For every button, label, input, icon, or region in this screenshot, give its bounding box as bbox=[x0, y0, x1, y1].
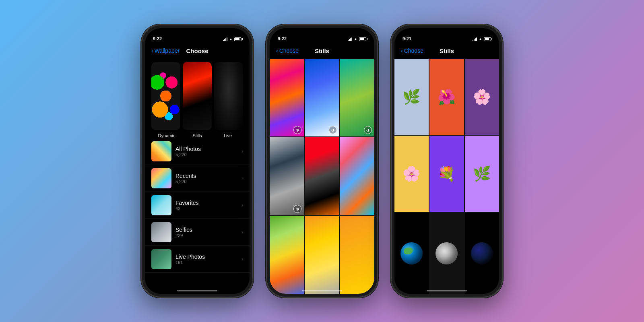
wifi-icon-2: ▲ bbox=[354, 37, 357, 41]
phone1-back-button[interactable]: ‹ Wallpaper bbox=[151, 47, 180, 54]
favorites-item[interactable]: Favorites 43 › bbox=[145, 192, 250, 219]
all-photos-count: 5,220 bbox=[175, 152, 237, 157]
recents-thumb bbox=[151, 168, 171, 188]
still-8[interactable] bbox=[305, 216, 339, 294]
dynamic-preview[interactable] bbox=[151, 62, 180, 130]
flower-4-img: 🌸 bbox=[394, 136, 429, 212]
phone1-body: 9:22 ▲ ‹ Wallpaper Choose bbox=[141, 24, 254, 298]
still-4-icon: ◑ bbox=[293, 205, 301, 213]
power-button bbox=[253, 89, 254, 114]
phone2-screen: 9:22 ▲ ‹ Choose Stills ◑ ◑ bbox=[270, 28, 374, 294]
all-photos-info: All Photos 5,220 bbox=[175, 146, 237, 157]
still-5[interactable] bbox=[305, 137, 339, 215]
phone2-back-button[interactable]: ‹ Choose bbox=[276, 47, 299, 54]
live-photos-info: Live Photos 161 bbox=[175, 254, 237, 265]
moon-icon bbox=[436, 242, 458, 264]
flowers-grid: 🌿 🌺 🌸 🌸 💐 🌿 bbox=[394, 59, 499, 294]
recents-chevron: › bbox=[242, 175, 243, 181]
selfies-info: Selfies 229 bbox=[175, 227, 237, 238]
stills-grid: ◑ ◑ ◑ ◑ bbox=[270, 59, 374, 294]
all-photos-item[interactable]: All Photos 5,220 › bbox=[145, 138, 250, 165]
phone2: 9:22 ▲ ‹ Choose Stills ◑ ◑ bbox=[266, 24, 378, 298]
phone1-nav-bar: ‹ Wallpaper Choose bbox=[145, 43, 250, 59]
flower-1[interactable]: 🌿 bbox=[394, 59, 429, 135]
status-icons: ▲ bbox=[223, 37, 242, 41]
category-labels: Dynamic Stills Live bbox=[145, 133, 250, 138]
flower-2-img: 🌺 bbox=[429, 59, 464, 135]
flower-6-img: 🌿 bbox=[465, 136, 499, 212]
still-2-icon: ◑ bbox=[329, 126, 337, 134]
stills-preview[interactable] bbox=[183, 62, 212, 130]
battery-icon-3 bbox=[484, 37, 491, 41]
flower-3[interactable]: 🌸 bbox=[465, 59, 499, 135]
volume-down-button-2 bbox=[266, 120, 266, 140]
phone3-body: 9:21 ▲ ‹ Choose Stills 🌿 bbox=[390, 24, 503, 298]
still-1[interactable]: ◑ bbox=[270, 59, 304, 136]
still-4[interactable]: ◑ bbox=[270, 137, 304, 215]
volume-up-button-3 bbox=[390, 95, 391, 116]
selfies-name: Selfies bbox=[175, 227, 237, 233]
still-2[interactable]: ◑ bbox=[305, 59, 339, 136]
still-6[interactable] bbox=[340, 137, 374, 215]
home-indicator-3 bbox=[427, 290, 467, 291]
planet-2-cell[interactable] bbox=[429, 213, 464, 294]
phone1-screen: 9:22 ▲ ‹ Wallpaper Choose bbox=[145, 28, 250, 294]
choose-screen: Dynamic Stills Live All Photos 5,220 › bbox=[145, 59, 250, 294]
phone2-body: 9:22 ▲ ‹ Choose Stills ◑ ◑ bbox=[266, 24, 378, 298]
phone2-title: Stills bbox=[315, 47, 329, 54]
flower-6[interactable]: 🌿 bbox=[465, 136, 499, 212]
live-photos-thumb bbox=[151, 249, 171, 269]
status-icons-2: ▲ bbox=[348, 37, 366, 41]
mute-button bbox=[141, 77, 142, 89]
battery-icon-2 bbox=[359, 37, 366, 41]
live-photos-item[interactable]: Live Photos 161 › bbox=[145, 246, 250, 273]
photo-library-list: All Photos 5,220 › Recents 5,220 › bbox=[145, 138, 250, 273]
flower-4[interactable]: 🌸 bbox=[394, 136, 429, 212]
favorites-count: 43 bbox=[175, 206, 237, 211]
still-7[interactable] bbox=[270, 216, 304, 294]
favorites-info: Favorites 43 bbox=[175, 200, 237, 211]
favorites-name: Favorites bbox=[175, 200, 237, 206]
all-photos-name: All Photos bbox=[175, 146, 237, 152]
wifi-icon: ▲ bbox=[229, 37, 233, 41]
flower-1-img: 🌿 bbox=[394, 59, 429, 135]
live-photos-name: Live Photos bbox=[175, 254, 237, 260]
notch-3 bbox=[423, 28, 471, 39]
phone3-back-button[interactable]: ‹ Choose bbox=[401, 47, 423, 54]
home-indicator-2 bbox=[302, 290, 342, 291]
dark-earth-icon bbox=[471, 242, 493, 264]
phone2-nav-bar: ‹ Choose Stills bbox=[270, 43, 374, 59]
planet-3-cell[interactable] bbox=[465, 213, 499, 294]
recents-item[interactable]: Recents 5,220 › bbox=[145, 165, 250, 192]
flower-5[interactable]: 💐 bbox=[429, 136, 464, 212]
signal-icon bbox=[223, 37, 227, 41]
recents-count: 5,220 bbox=[175, 179, 237, 184]
live-label: Live bbox=[213, 133, 243, 138]
selfies-item[interactable]: Selfies 229 › bbox=[145, 219, 250, 246]
phone1: 9:22 ▲ ‹ Wallpaper Choose bbox=[141, 24, 254, 298]
still-3[interactable]: ◑ bbox=[340, 59, 374, 136]
flower-5-img: 💐 bbox=[429, 136, 464, 212]
phone3: 9:21 ▲ ‹ Choose Stills 🌿 bbox=[390, 24, 503, 298]
live-photos-chevron: › bbox=[242, 256, 243, 262]
signal-icon-3 bbox=[473, 37, 477, 41]
favorites-chevron: › bbox=[242, 202, 243, 208]
selfies-thumb bbox=[151, 222, 171, 242]
notch bbox=[173, 28, 221, 39]
still-9[interactable] bbox=[340, 216, 374, 294]
phone3-screen: 9:21 ▲ ‹ Choose Stills 🌿 bbox=[394, 28, 499, 294]
flower-2[interactable]: 🌺 bbox=[429, 59, 464, 135]
live-photos-count: 161 bbox=[175, 260, 237, 265]
planet-1-cell[interactable] bbox=[394, 213, 429, 294]
volume-up-button-2 bbox=[266, 95, 266, 116]
live-preview[interactable] bbox=[214, 62, 243, 130]
still-1-icon: ◑ bbox=[293, 126, 301, 134]
mute-button-2 bbox=[266, 77, 266, 89]
all-photos-chevron: › bbox=[242, 149, 243, 154]
home-indicator bbox=[177, 290, 217, 291]
recents-info: Recents 5,220 bbox=[175, 173, 237, 184]
phone1-title: Choose bbox=[186, 47, 208, 54]
wallpaper-previews bbox=[145, 59, 250, 133]
selfies-chevron: › bbox=[242, 229, 243, 235]
volume-down-button bbox=[141, 120, 142, 140]
